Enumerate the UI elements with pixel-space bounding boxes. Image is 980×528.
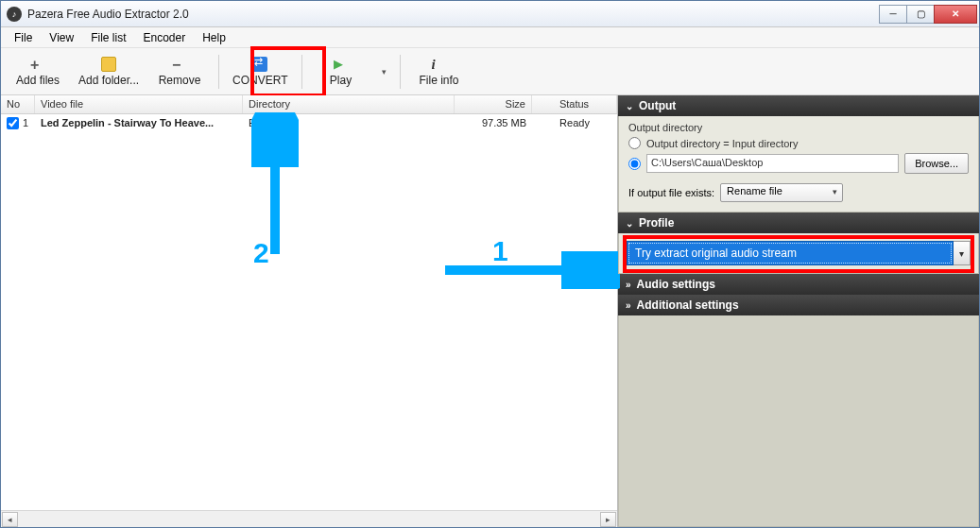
play-label: Play: [330, 74, 352, 87]
scroll-right-button[interactable]: ▸: [600, 512, 616, 527]
remove-label: Remove: [159, 74, 201, 87]
chevron-right-icon: »: [626, 300, 631, 311]
output-path-input[interactable]: C:\Users\Саша\Desktop: [646, 154, 899, 173]
maximize-button[interactable]: ▢: [906, 5, 935, 24]
chevron-down-icon: ⌄: [626, 218, 633, 229]
window-buttons: ─ ▢ ✕: [880, 5, 977, 24]
body: No Video file Directory Size Status 1 Le…: [1, 95, 979, 527]
file-list-pane: No Video file Directory Size Status 1 Le…: [1, 95, 618, 527]
file-rows: 1 Led Zeppelin - Stairway To Heave... E:…: [1, 114, 617, 510]
menu-encoder[interactable]: Encoder: [135, 29, 193, 46]
add-folder-label: Add folder...: [78, 74, 139, 87]
profile-header-label: Profile: [639, 216, 674, 230]
output-header[interactable]: ⌄ Output: [618, 95, 979, 116]
app-window: ♪ Pazera Free Audio Extractor 2.0 ─ ▢ ✕ …: [0, 0, 980, 528]
toolbar-separator: [400, 55, 401, 89]
remove-button[interactable]: Remove: [146, 51, 213, 93]
menu-help[interactable]: Help: [195, 29, 233, 46]
outdir-same-radio[interactable]: [628, 137, 641, 149]
folder-plus-icon: [101, 57, 116, 72]
play-icon: [334, 57, 349, 72]
titlebar: ♪ Pazera Free Audio Extractor 2.0 ─ ▢ ✕: [1, 1, 979, 27]
row-directory: E:\: [243, 117, 455, 128]
if-exists-label: If output file exists:: [628, 187, 714, 198]
minimize-button[interactable]: ─: [879, 5, 907, 24]
settings-pane: ⌄ Output Output directory Output directo…: [618, 95, 979, 527]
outdir-same-label: Output directory = Input directory: [646, 138, 799, 149]
add-files-button[interactable]: Add files: [5, 51, 71, 93]
if-exists-select[interactable]: Rename file: [720, 183, 843, 202]
col-size[interactable]: Size: [455, 95, 532, 113]
col-no[interactable]: No: [1, 95, 35, 113]
convert-icon: [252, 57, 267, 72]
table-row[interactable]: 1 Led Zeppelin - Stairway To Heave... E:…: [1, 114, 617, 131]
profile-panel: Try extract original audio stream ▾: [618, 233, 979, 274]
window-title: Pazera Free Audio Extractor 2.0: [27, 8, 880, 21]
add-folder-button[interactable]: Add folder...: [71, 51, 146, 93]
scroll-left-button[interactable]: ◂: [2, 512, 18, 527]
toolbar-separator: [218, 55, 219, 89]
row-status: Ready: [532, 117, 617, 128]
file-info-button[interactable]: File info: [406, 51, 473, 93]
chevron-right-icon: »: [626, 280, 631, 290]
menu-view[interactable]: View: [42, 29, 81, 46]
col-status[interactable]: Status: [532, 95, 617, 113]
minus-icon: [172, 57, 187, 72]
add-files-label: Add files: [16, 74, 60, 87]
close-button[interactable]: ✕: [934, 5, 977, 24]
menu-filelist[interactable]: File list: [83, 29, 133, 46]
additional-settings-header[interactable]: » Additional settings: [618, 295, 979, 315]
file-info-label: File info: [419, 74, 458, 87]
additional-settings-label: Additional settings: [637, 298, 739, 312]
play-button[interactable]: Play: [308, 51, 374, 93]
menu-file[interactable]: File: [7, 29, 40, 46]
menubar: File View File list Encoder Help: [1, 27, 979, 48]
profile-dropdown-button[interactable]: ▾: [954, 241, 971, 265]
toolbar-separator: [301, 55, 302, 89]
output-panel: Output directory Output directory = Inpu…: [618, 116, 979, 213]
audio-settings-label: Audio settings: [637, 278, 715, 291]
chevron-down-icon: ▾: [382, 67, 387, 77]
play-dropdown[interactable]: ▾: [374, 51, 394, 93]
toolbar: Add files Add folder... Remove CONVERT P…: [1, 48, 979, 95]
outdir-same-option[interactable]: Output directory = Input directory: [628, 137, 969, 149]
info-icon: [432, 57, 447, 72]
horizontal-scrollbar[interactable]: ◂ ▸: [1, 510, 617, 527]
convert-button[interactable]: CONVERT: [225, 51, 295, 93]
output-directory-label: Output directory: [628, 122, 969, 133]
output-header-label: Output: [639, 99, 676, 112]
row-size: 97.35 MB: [455, 117, 532, 128]
outdir-custom-radio[interactable]: [628, 158, 641, 170]
browse-button[interactable]: Browse...: [904, 153, 969, 174]
app-icon: ♪: [7, 7, 22, 22]
if-exists-value: Rename file: [727, 185, 782, 196]
col-directory[interactable]: Directory: [243, 95, 455, 113]
row-filename: Led Zeppelin - Stairway To Heave...: [35, 117, 243, 128]
profile-value: Try extract original audio stream: [627, 241, 954, 265]
chevron-down-icon: ⌄: [626, 101, 633, 111]
plus-icon: [30, 57, 45, 72]
profile-header[interactable]: ⌄ Profile: [618, 213, 979, 233]
row-no: 1: [23, 117, 28, 128]
empty-panel-area: [618, 315, 979, 527]
convert-label: CONVERT: [232, 74, 287, 87]
column-headers: No Video file Directory Size Status: [1, 95, 617, 114]
row-checkbox[interactable]: [7, 117, 19, 129]
col-video[interactable]: Video file: [35, 95, 243, 113]
audio-settings-header[interactable]: » Audio settings: [618, 274, 979, 295]
profile-select[interactable]: Try extract original audio stream ▾: [627, 241, 971, 265]
